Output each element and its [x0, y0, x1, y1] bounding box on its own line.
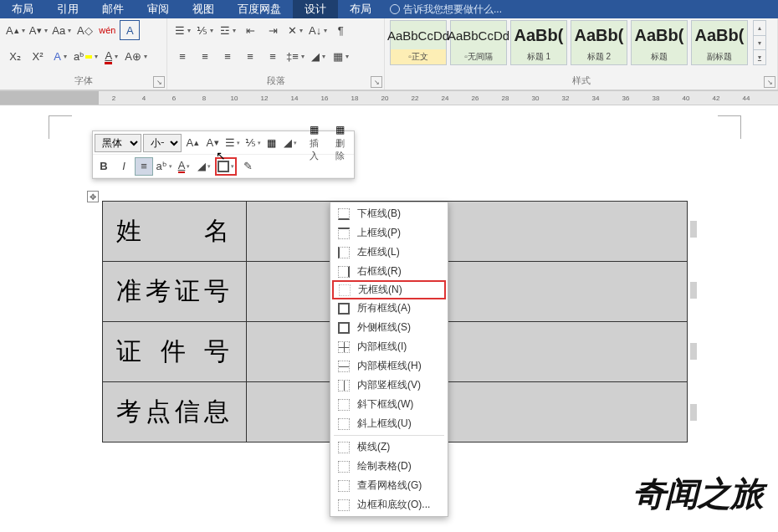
tab-references[interactable]: 引用: [45, 0, 90, 18]
mini-grow-font[interactable]: A▴: [183, 134, 202, 152]
border-menu-item[interactable]: 所有框线(A): [330, 299, 448, 318]
change-case-button[interactable]: Aa: [51, 20, 72, 40]
label-name[interactable]: 姓名: [103, 202, 247, 262]
value-id-no[interactable]: [247, 322, 688, 382]
border-menu-item[interactable]: 斜下框线(W): [330, 395, 448, 414]
align-left-button[interactable]: ≡: [172, 47, 192, 67]
border-menu-item[interactable]: 绘制表格(D): [330, 457, 448, 476]
ruler-tick: 22: [400, 95, 430, 102]
styles-down-button[interactable]: ▾: [754, 36, 765, 51]
border-menu-item[interactable]: 斜上框线(U): [330, 414, 448, 433]
mini-bullets[interactable]: ☰: [223, 134, 242, 152]
border-icon: [337, 417, 351, 431]
tab-view[interactable]: 视图: [181, 0, 226, 18]
styles-up-button[interactable]: ▴: [754, 21, 765, 36]
tab-design[interactable]: 设计: [293, 0, 338, 18]
mini-borders-button[interactable]: [215, 157, 237, 176]
ruler-tick: 38: [641, 95, 671, 102]
char-shading-button[interactable]: A⊕: [124, 47, 148, 67]
border-menu-item[interactable]: 上框线(P): [330, 223, 448, 243]
asian-layout-button[interactable]: ✕: [285, 20, 305, 40]
mini-shading2[interactable]: ◢: [195, 157, 213, 176]
mini-font-size[interactable]: 小一: [143, 134, 182, 152]
value-name[interactable]: [247, 202, 688, 262]
label-id-no[interactable]: 证件号: [103, 322, 247, 382]
border-menu-item[interactable]: 外侧框线(S): [330, 318, 448, 337]
border-menu-item[interactable]: 查看网格线(G): [330, 476, 448, 495]
border-menu-item[interactable]: 左框线(L): [330, 243, 448, 262]
highlight-button[interactable]: aᵇ: [73, 47, 99, 67]
border-menu-label: 内部横框线(H): [357, 359, 422, 373]
phonetic-guide-button[interactable]: wén: [97, 20, 117, 40]
label-exam-no[interactable]: 准考证号: [103, 262, 247, 322]
tab-review[interactable]: 审阅: [136, 0, 181, 18]
style-heading1[interactable]: AaBb(标题 1: [510, 20, 567, 65]
value-exam-no[interactable]: [247, 262, 688, 322]
justify-button[interactable]: ≡: [240, 47, 260, 67]
tab-layout1[interactable]: 布局: [0, 0, 45, 18]
grow-font-button[interactable]: A▴: [5, 20, 26, 40]
increase-indent-button[interactable]: ⇥: [263, 20, 283, 40]
styles-more-button[interactable]: ▾̲: [754, 50, 765, 64]
numbering-button[interactable]: ⅕: [195, 20, 215, 40]
border-menu-item[interactable]: 下框线(B): [330, 204, 448, 223]
table-move-handle[interactable]: ✥: [87, 191, 99, 202]
distribute-button[interactable]: ≡: [263, 47, 283, 67]
mini-numbering[interactable]: ⅕: [243, 134, 262, 152]
mini-format-painter[interactable]: ✎: [238, 157, 257, 176]
mini-italic[interactable]: I: [115, 157, 133, 176]
mini-align-center[interactable]: ≡: [135, 157, 153, 176]
horizontal-ruler[interactable]: 2468101214161820222426283032343638404244: [0, 90, 778, 105]
text-effects-button[interactable]: A: [50, 47, 70, 67]
style-title[interactable]: AaBb(标题: [631, 20, 688, 65]
style-normal[interactable]: AaBbCcDd▫正文: [390, 20, 447, 65]
font-color-button[interactable]: A: [101, 47, 121, 67]
clear-formatting-button[interactable]: A◇: [74, 20, 95, 40]
style-nospacing[interactable]: AaBbCcDd▫无间隔: [450, 20, 507, 65]
mini-font-select[interactable]: 黑体: [95, 134, 141, 152]
border-menu-item[interactable]: 无框线(N): [332, 280, 446, 299]
styles-dialog-launcher[interactable]: ↘: [764, 76, 775, 88]
borders-button[interactable]: ▦: [330, 47, 351, 67]
tell-me-search[interactable]: 告诉我您想要做什么...: [383, 3, 509, 17]
shading-button[interactable]: ◢: [308, 47, 328, 67]
tab-mail[interactable]: 邮件: [90, 0, 136, 18]
mini-shade[interactable]: ◢: [281, 134, 299, 152]
mini-insert-button[interactable]: ▦ 插入: [301, 124, 325, 162]
style-heading2[interactable]: AaBb(标题 2: [571, 20, 627, 65]
subscript-button[interactable]: X₂: [5, 47, 25, 67]
mini-bold[interactable]: B: [95, 157, 113, 176]
mini-highlight[interactable]: aᵇ: [155, 157, 173, 176]
character-border-button[interactable]: A: [120, 20, 140, 40]
font-dialog-launcher[interactable]: ↘: [153, 76, 165, 88]
border-menu-item[interactable]: 边框和底纹(O)...: [330, 495, 448, 514]
show-marks-button[interactable]: ¶: [330, 20, 351, 40]
mini-font-color[interactable]: A: [175, 157, 193, 176]
ruler-tick: 42: [701, 95, 731, 102]
shrink-font-button[interactable]: A▾: [28, 20, 49, 40]
decrease-indent-button[interactable]: ⇤: [240, 20, 260, 40]
mini-table-style[interactable]: ▦: [264, 137, 279, 149]
sort-button[interactable]: A↓: [308, 20, 328, 40]
superscript-button[interactable]: X²: [28, 47, 48, 67]
border-menu-item[interactable]: 内部横框线(H): [330, 356, 448, 376]
border-menu-label: 内部竖框线(V): [357, 378, 421, 392]
border-icon: [337, 499, 351, 512]
tab-layout2[interactable]: 布局: [338, 0, 383, 18]
line-spacing-button[interactable]: ‡≡: [285, 47, 305, 67]
label-site-info[interactable]: 考点信息: [103, 382, 247, 442]
align-center-button[interactable]: ≡: [195, 47, 215, 67]
align-right-button[interactable]: ≡: [218, 47, 238, 67]
border-menu-item[interactable]: 内部竖框线(V): [330, 376, 448, 395]
tab-baidu[interactable]: 百度网盘: [226, 0, 293, 18]
multilevel-button[interactable]: ☲: [218, 20, 238, 40]
border-menu-item[interactable]: 内部框线(I): [330, 337, 448, 356]
bullets-button[interactable]: ☰: [172, 20, 192, 40]
paragraph-dialog-launcher[interactable]: ↘: [371, 76, 382, 88]
border-menu-item[interactable]: 右框线(R): [330, 262, 448, 281]
border-menu-item[interactable]: 横线(Z): [330, 437, 448, 457]
value-site-info[interactable]: [247, 382, 688, 442]
mini-shrink-font[interactable]: A▾: [203, 134, 222, 152]
style-subtitle[interactable]: AaBb(副标题: [691, 20, 748, 65]
mini-delete-button[interactable]: ▦ 删除: [328, 124, 352, 162]
